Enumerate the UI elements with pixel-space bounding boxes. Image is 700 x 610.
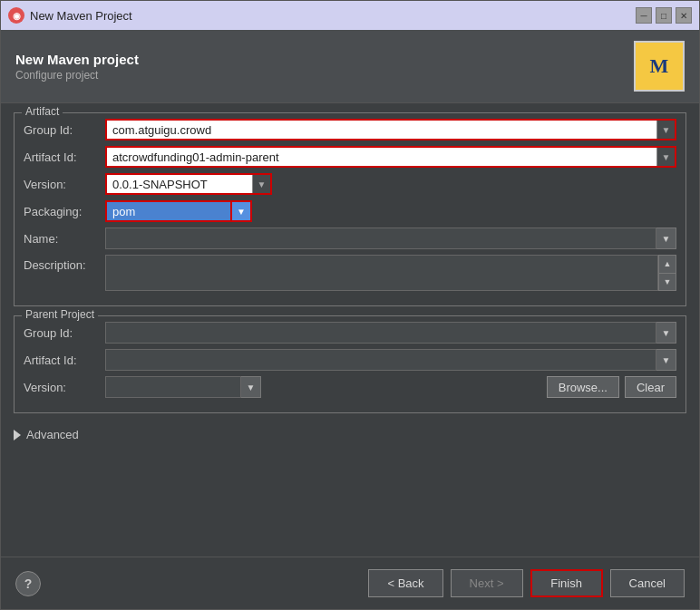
artifact-id-dropdown-arrow[interactable]: ▼ — [656, 148, 675, 166]
description-scroll-up[interactable]: ▲ — [658, 255, 676, 274]
group-id-dropdown-arrow[interactable]: ▼ — [656, 121, 675, 139]
artifact-legend: Artifact — [22, 105, 63, 118]
footer-left: ? — [15, 571, 41, 596]
parent-artifact-id-label: Artifact Id: — [24, 353, 105, 367]
close-button[interactable]: ✕ — [676, 7, 692, 24]
browse-button[interactable]: Browse... — [547, 376, 619, 398]
artifact-id-label: Artifact Id: — [24, 150, 105, 164]
main-window: ◉ New Maven Project ─ □ ✕ New Maven proj… — [0, 0, 700, 610]
minimize-button[interactable]: ─ — [636, 7, 652, 24]
description-input[interactable] — [105, 255, 658, 291]
title-bar-left: ◉ New Maven Project — [8, 7, 132, 24]
group-id-input[interactable] — [107, 121, 656, 139]
description-label: Description: — [24, 255, 105, 272]
artifact-id-input-wrapper: ▼ — [105, 146, 676, 168]
group-id-label: Group Id: — [24, 123, 105, 137]
advanced-triangle-icon — [14, 430, 21, 441]
dialog-title: New Maven project — [15, 52, 139, 67]
advanced-row[interactable]: Advanced — [14, 422, 686, 447]
footer: ? < Back Next > Finish Cancel — [1, 557, 699, 609]
version-dropdown-arrow[interactable]: ▼ — [252, 175, 270, 193]
maximize-button[interactable]: □ — [656, 7, 672, 24]
title-bar: ◉ New Maven Project ─ □ ✕ — [1, 1, 699, 30]
name-row: Name: ▼ — [24, 228, 676, 249]
maven-logo: M — [634, 41, 685, 92]
parent-group-id-input[interactable] — [105, 322, 656, 344]
parent-group-id-label: Group Id: — [24, 326, 105, 340]
parent-artifact-id-dropdown[interactable]: ▼ — [656, 349, 676, 371]
packaging-dropdown-arrow[interactable]: ▼ — [232, 200, 252, 222]
next-button[interactable]: Next > — [451, 569, 523, 597]
description-row: Description: ▲ ▼ — [24, 255, 676, 291]
cancel-button[interactable]: Cancel — [610, 569, 685, 597]
header-section: New Maven project Configure project M — [1, 30, 699, 103]
back-button[interactable]: < Back — [368, 569, 442, 597]
artifact-section: Artifact Group Id: ▼ Artifact Id: ▼ Ver — [14, 112, 686, 306]
parent-group-id-dropdown[interactable]: ▼ — [656, 322, 676, 344]
help-button[interactable]: ? — [15, 571, 41, 596]
parent-version-dropdown[interactable]: ▼ — [241, 376, 261, 398]
packaging-select-display[interactable]: pom — [105, 200, 232, 222]
artifact-id-row: Artifact Id: ▼ — [24, 146, 676, 168]
parent-version-row: Version: ▼ Browse... Clear — [24, 376, 676, 398]
finish-button[interactable]: Finish — [530, 569, 603, 597]
artifact-id-input[interactable] — [107, 148, 656, 166]
content-area: Artifact Group Id: ▼ Artifact Id: ▼ Ver — [1, 103, 699, 557]
name-dropdown-arrow[interactable]: ▼ — [656, 228, 676, 249]
packaging-row: Packaging: pom ▼ — [24, 200, 676, 222]
footer-buttons: < Back Next > Finish Cancel — [368, 569, 685, 597]
group-id-row: Group Id: ▼ — [24, 119, 676, 140]
parent-version-input[interactable] — [105, 376, 241, 398]
parent-artifact-id-row: Artifact Id: ▼ — [24, 349, 676, 371]
window-title: New Maven Project — [30, 9, 132, 23]
header-text: New Maven project Configure project — [15, 52, 139, 82]
dialog-subtitle: Configure project — [15, 69, 139, 82]
version-row: Version: ▼ — [24, 173, 676, 195]
clear-button[interactable]: Clear — [625, 376, 676, 398]
advanced-label: Advanced — [26, 428, 79, 441]
window-icon: ◉ — [8, 7, 24, 24]
version-label: Version: — [24, 178, 105, 191]
parent-section: Parent Project Group Id: ▼ Artifact Id: … — [14, 315, 686, 413]
packaging-label: Packaging: — [24, 205, 105, 218]
parent-legend: Parent Project — [22, 308, 98, 321]
parent-group-id-row: Group Id: ▼ — [24, 322, 676, 344]
parent-artifact-id-input[interactable] — [105, 349, 656, 371]
version-input[interactable] — [107, 175, 252, 193]
description-scroll-down[interactable]: ▼ — [658, 274, 676, 292]
title-bar-controls: ─ □ ✕ — [636, 7, 692, 24]
parent-version-label: Version: — [24, 381, 105, 394]
group-id-input-wrapper: ▼ — [105, 119, 676, 140]
name-input[interactable] — [105, 228, 656, 249]
name-label: Name: — [24, 232, 105, 246]
